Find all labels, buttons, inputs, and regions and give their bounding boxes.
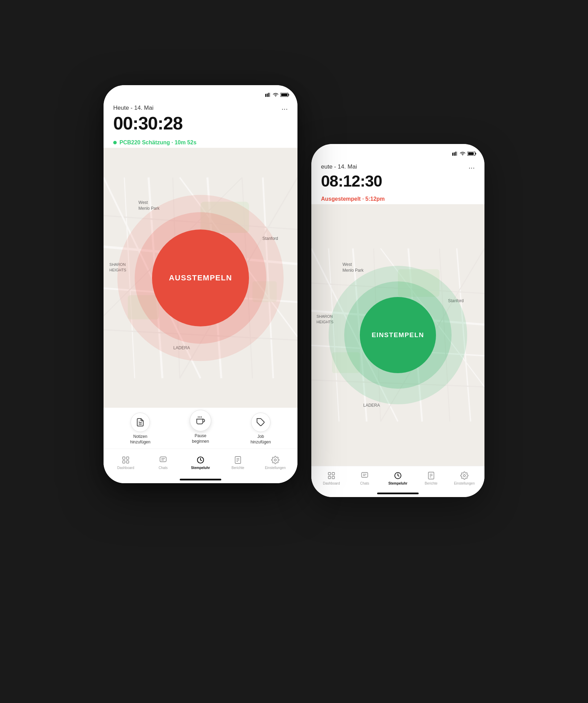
action-buttons-front: Notizenhinzufügen Pauseb [104,408,297,448]
chat-icon-front [159,456,168,465]
more-menu-front[interactable]: ··· [282,105,288,114]
status-icons-front [265,93,289,97]
grid-icon-back [327,471,336,480]
badge-text-front: PCB220 Schätzung · 10m 52s [119,139,196,146]
header-timer-back: 08:12:30 [321,172,475,190]
header-timer-front: 00:30:28 [113,114,288,133]
svg-point-79 [274,459,276,461]
svg-rect-24 [332,472,335,475]
notizen-label: Notizenhinzufügen [130,434,151,445]
status-icons-back [452,152,476,156]
clock-icon-front [196,456,205,465]
nav-einstellungen-back[interactable]: Einstellungen [454,471,475,485]
dot-green-front [113,141,117,144]
status-bar-back [311,144,484,159]
status-badge-front: PCB220 Schätzung · 10m 52s [104,137,297,148]
map-label-ladera-back: LADERA [363,403,380,408]
svg-rect-5 [468,152,474,155]
action-notizen[interactable]: Notizenhinzufügen [130,413,151,445]
svg-rect-71 [160,457,166,462]
svg-rect-26 [332,476,335,479]
badge-green-front: PCB220 Schätzung · 10m 52s [113,139,288,146]
svg-rect-38 [268,93,269,97]
svg-rect-68 [126,457,129,459]
svg-rect-67 [123,457,125,459]
nav-label-dashboard-front: Dashboard [117,466,134,470]
phone-front: Heute - 14. Mai ··· 00:30:28 PCB220 Schä… [104,85,297,483]
nav-label-berichte-front: Berichte [232,466,244,470]
svg-rect-1 [454,152,455,156]
svg-rect-3 [457,152,458,156]
svg-point-35 [463,475,465,477]
nav-label-chats-front: Chats [159,466,168,470]
nav-einstellungen-front[interactable]: Einstellungen [265,456,286,470]
bottom-nav-back: Dashboard Chats [311,466,484,490]
svg-rect-41 [281,93,287,96]
svg-rect-25 [328,476,331,479]
header-date-back: eute - 14. Mai [321,163,357,170]
map-front: WestMenlo Park SHARONHEIGHTS Stanford LA… [104,148,297,408]
job-label: Jobhinzufügen [251,434,271,445]
map-label-menlo-back: WestMenlo Park [342,262,364,273]
nav-label-chats-back: Chats [360,481,369,485]
nav-label-stempeluhr-back: Stempeluhr [388,481,407,485]
svg-rect-23 [328,472,331,475]
header-front: Heute - 14. Mai ··· 00:30:28 [104,100,297,137]
nav-label-dashboard-back: Dashboard [323,481,340,485]
svg-rect-36 [265,94,266,97]
status-bar-front [104,85,297,100]
map-back: WestMenlo Park SHARONHEIGHTS Stanford LA… [311,204,484,466]
nav-chats-back[interactable]: Chats [354,471,375,485]
header-date-front: Heute - 14. Mai [113,105,153,111]
job-icon-circle [251,413,270,432]
notizen-icon-circle [131,413,150,432]
svg-rect-69 [123,461,125,463]
nav-dashboard-front[interactable]: Dashboard [115,456,136,470]
chat-icon-back [360,471,369,480]
svg-rect-42 [288,94,289,96]
nav-label-stempeluhr-front: Stempeluhr [191,466,210,470]
nav-berichte-front[interactable]: Berichte [228,456,248,470]
report-icon-front [233,456,242,465]
home-indicator-back [311,490,484,497]
pause-icon-circle [190,410,211,431]
phone-back: eute - 14. Mai ··· 08:12:30 Ausgestempel… [311,144,484,497]
clock-icon-back [393,471,402,480]
svg-rect-27 [362,472,368,477]
nav-label-einstellungen-back: Einstellungen [454,481,475,485]
settings-icon-front [271,456,280,465]
pause-label: Pausebeginnen [192,433,209,444]
svg-rect-6 [475,153,476,154]
badge-text-back: Ausgestempelt · 5:12pm [321,196,385,202]
nav-chats-front[interactable]: Chats [153,456,173,470]
status-badge-back: Ausgestempelt · 5:12pm [311,193,484,204]
svg-rect-70 [126,461,129,463]
more-menu-back[interactable]: ··· [469,163,475,172]
settings-icon-back [460,471,469,480]
nav-stempeluhr-front[interactable]: Stempeluhr [190,456,211,470]
stamp-circle-back[interactable]: EINSTEMPELN [360,297,436,373]
grid-icon-front [121,456,130,465]
stamp-circle-front[interactable]: AUSSTEMPELN [152,229,249,326]
nav-dashboard-back[interactable]: Dashboard [321,471,342,485]
svg-rect-2 [455,152,456,156]
svg-rect-0 [452,153,453,156]
home-indicator-front [104,476,297,483]
action-job[interactable]: Jobhinzufügen [251,413,271,445]
action-pause[interactable]: Pausebeginnen [190,410,211,444]
stamp-label-back[interactable]: EINSTEMPELN [372,331,424,339]
stamp-label-front[interactable]: AUSSTEMPELN [169,273,232,282]
bottom-nav-front: Dashboard Chats [104,449,297,476]
svg-rect-39 [270,93,271,97]
svg-rect-37 [267,93,268,97]
nav-stempeluhr-back[interactable]: Stempeluhr [387,471,408,485]
nav-label-einstellungen-front: Einstellungen [265,466,286,470]
nav-label-berichte-back: Berichte [425,481,438,485]
report-icon-back [427,471,436,480]
header-back: eute - 14. Mai ··· 08:12:30 [311,159,484,193]
nav-berichte-back[interactable]: Berichte [421,471,442,485]
